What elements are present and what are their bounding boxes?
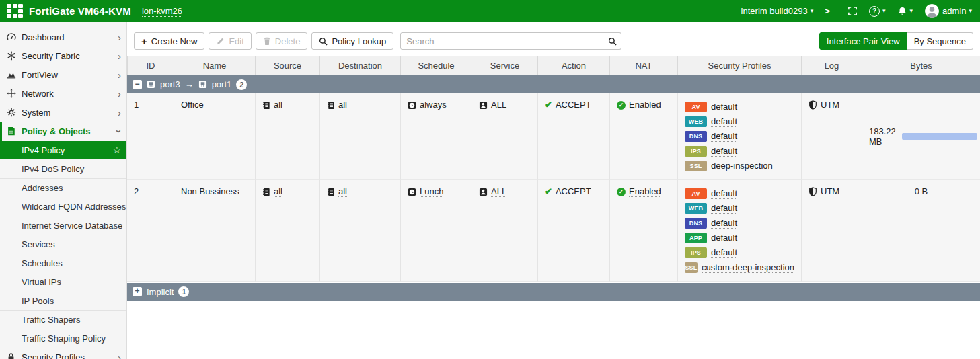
service-link[interactable]: ALL: [491, 186, 506, 197]
ips-profile-badge[interactable]: IPS: [685, 146, 707, 157]
policy-id[interactable]: 2: [127, 180, 174, 282]
profile-link[interactable]: default: [711, 116, 737, 127]
nat-link[interactable]: Enabled: [629, 186, 661, 197]
source-link[interactable]: all: [274, 186, 282, 197]
interface-pair-view-button[interactable]: Interface Pair View: [819, 32, 907, 50]
help-button[interactable]: ? ▾: [869, 6, 886, 17]
delete-button[interactable]: Delete: [256, 32, 308, 50]
app-profile-badge[interactable]: APP: [685, 233, 707, 243]
column-header-name[interactable]: Name: [174, 56, 256, 75]
sidebar-item-schedules[interactable]: Schedules: [0, 253, 126, 272]
column-header-bytes[interactable]: Bytes: [862, 56, 980, 75]
expand-icon[interactable]: +: [133, 287, 142, 296]
nat-link[interactable]: Enabled: [629, 99, 661, 110]
sidebar-item-traffic-shaping-policy[interactable]: Traffic Shaping Policy: [0, 329, 126, 348]
by-sequence-button[interactable]: By Sequence: [907, 32, 973, 50]
avatar: [924, 3, 940, 19]
sidebar-item-traffic-shapers[interactable]: Traffic Shapers: [0, 310, 126, 329]
fullscreen-icon: [847, 6, 858, 16]
accept-check-icon: ✔: [545, 186, 552, 196]
column-header-source[interactable]: Source: [256, 56, 320, 75]
search-input[interactable]: [400, 32, 603, 50]
profile-link[interactable]: default: [711, 131, 737, 142]
column-header-security-profiles[interactable]: Security Profiles: [678, 56, 802, 75]
av-profile-badge[interactable]: AV: [685, 188, 707, 199]
source-link[interactable]: all: [274, 99, 282, 110]
search-button[interactable]: [603, 32, 621, 50]
column-header-nat[interactable]: NAT: [610, 56, 678, 75]
policy-row-1[interactable]: 1 Office all all always ALL ✔ ACCEPT ✓ E…: [127, 93, 980, 180]
destination-link[interactable]: all: [338, 99, 347, 110]
sidebar-item-network[interactable]: Network ›: [0, 84, 126, 103]
notifications-button[interactable]: ▾: [897, 6, 913, 16]
favorite-star-icon[interactable]: ☆: [112, 145, 121, 155]
pencil-icon: [216, 37, 225, 46]
ssl-profile-badge[interactable]: SSL: [685, 161, 707, 171]
profile-link[interactable]: custom-deep-inspection: [702, 262, 794, 273]
dns-profile-badge[interactable]: DNS: [685, 131, 707, 142]
chevron-right-icon: ›: [118, 352, 121, 359]
shield-icon: [808, 187, 817, 196]
profile-link[interactable]: default: [711, 146, 737, 157]
policy-group-port3-port1[interactable]: − port3 → port1 2: [127, 75, 980, 93]
search-icon: [608, 37, 617, 46]
build-selector[interactable]: interim build0293 ▾: [741, 6, 814, 16]
column-header-id[interactable]: ID: [127, 56, 174, 75]
sidebar-item-ip-pools[interactable]: IP Pools: [0, 291, 126, 310]
chevron-right-icon: ›: [118, 89, 121, 99]
profile-link[interactable]: deep-inspection: [711, 161, 773, 171]
bytes-link[interactable]: 183.22 MB: [869, 126, 897, 147]
column-header-log[interactable]: Log: [802, 56, 862, 75]
plus-icon: +: [141, 36, 147, 47]
sidebar-item-wildcard-fqdn-addresses[interactable]: Wildcard FQDN Addresses: [0, 197, 126, 216]
sidebar-item-virtual-ips[interactable]: Virtual IPs: [0, 272, 126, 291]
web-profile-badge[interactable]: WEB: [685, 116, 707, 127]
sidebar-item-internet-service-database[interactable]: Internet Service Database: [0, 216, 126, 235]
sidebar-item-fortiview[interactable]: FortiView ›: [0, 65, 126, 84]
sidebar-item-services[interactable]: Services: [0, 235, 126, 253]
sidebar-item-security-fabric[interactable]: Security Fabric ›: [0, 46, 126, 65]
dns-profile-badge[interactable]: DNS: [685, 218, 707, 229]
sidebar-item-security-profiles[interactable]: Security Profiles ›: [0, 348, 126, 359]
sidebar-item-system[interactable]: System ›: [0, 103, 126, 122]
schedule-link[interactable]: Lunch: [420, 186, 443, 197]
lock-icon: [7, 352, 22, 359]
sidebar-item-ipv4-dos-policy[interactable]: IPv4 DoS Policy: [0, 159, 126, 178]
ips-profile-badge[interactable]: IPS: [685, 247, 707, 258]
hostname-link[interactable]: ion-kvm26: [142, 6, 182, 17]
av-profile-badge[interactable]: AV: [685, 102, 707, 112]
policy-id-link[interactable]: 1: [134, 99, 139, 110]
collapse-icon[interactable]: −: [133, 80, 142, 89]
schedule-link[interactable]: always: [420, 99, 447, 110]
service-icon: [479, 101, 488, 110]
policy-row-2[interactable]: 2 Non Bussiness all all Lunch ALL ✔ ACCE…: [127, 180, 980, 282]
sidebar-item-dashboard[interactable]: Dashboard ›: [0, 28, 126, 46]
service-link[interactable]: ALL: [491, 99, 506, 110]
ssl-profile-badge[interactable]: SSL: [685, 262, 698, 273]
sidebar-item-addresses[interactable]: Addresses: [0, 178, 126, 197]
column-header-schedule[interactable]: Schedule: [401, 56, 472, 75]
enabled-check-icon: ✓: [617, 188, 626, 196]
fullscreen-button[interactable]: [847, 6, 858, 16]
sidebar-item-policy-objects[interactable]: Policy & Objects ›: [0, 122, 126, 141]
implicit-policy-group[interactable]: + Implicit 1: [127, 283, 980, 301]
web-profile-badge[interactable]: WEB: [685, 203, 707, 214]
column-header-service[interactable]: Service: [472, 56, 538, 75]
cli-console-button[interactable]: >_: [825, 6, 836, 16]
profile-link[interactable]: default: [711, 233, 737, 243]
column-header-action[interactable]: Action: [538, 56, 610, 75]
policy-lookup-button[interactable]: Policy Lookup: [311, 32, 393, 50]
chevron-down-icon: ›: [114, 130, 124, 133]
column-header-destination[interactable]: Destination: [320, 56, 401, 75]
profile-link[interactable]: default: [711, 203, 737, 214]
create-new-button[interactable]: + Create New: [134, 32, 204, 50]
interface-icon: [198, 80, 207, 89]
profile-link[interactable]: default: [711, 218, 737, 229]
destination-link[interactable]: all: [338, 186, 347, 197]
edit-button[interactable]: Edit: [209, 32, 251, 50]
profile-link[interactable]: default: [711, 102, 737, 112]
sidebar-item-ipv4-policy[interactable]: IPv4 Policy ☆: [0, 141, 126, 159]
profile-link[interactable]: default: [711, 188, 737, 199]
admin-menu[interactable]: admin ▾: [924, 3, 972, 19]
profile-link[interactable]: default: [711, 247, 737, 258]
